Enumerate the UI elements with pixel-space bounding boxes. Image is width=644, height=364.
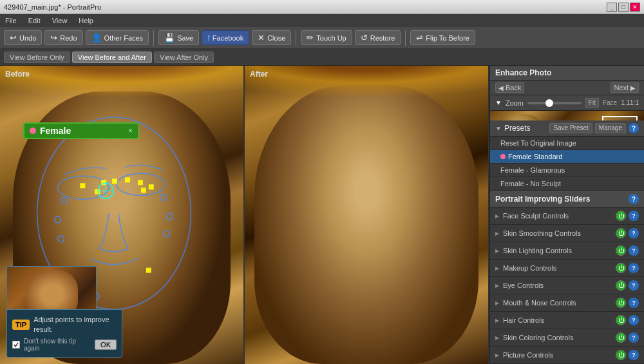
restore-button[interactable]: ↺ Restore bbox=[355, 30, 401, 45]
slider-skin-smoothing-label: Skin Smoothing Controls bbox=[503, 229, 616, 237]
gender-label-box[interactable]: Female × bbox=[23, 122, 139, 139]
slider-makeup-power[interactable]: ⏻ bbox=[616, 263, 626, 273]
slider-mouth-nose-help[interactable]: ? bbox=[629, 298, 639, 308]
zoom-row: ▼ Zoom Fit Face 1.11:1 bbox=[490, 95, 644, 111]
zoom-slider[interactable] bbox=[527, 102, 582, 104]
slider-picture-power[interactable]: ⏻ bbox=[616, 350, 626, 360]
enhance-header: Enhance Photo bbox=[490, 66, 644, 81]
gender-close-button[interactable]: × bbox=[128, 126, 133, 135]
back-arrow-icon: ◀ bbox=[498, 84, 504, 91]
slider-mouth-nose-arrow: ▶ bbox=[495, 300, 499, 306]
undo-icon: ↩ bbox=[10, 33, 17, 43]
presets-section-header[interactable]: ▼ Presets Save Preset Manage ? bbox=[490, 120, 644, 137]
slider-skin-coloring-power[interactable]: ⏻ bbox=[616, 332, 626, 343]
slider-list: ▶ Face Sculpt Controls ⏻ ? ▶ Skin Smooth… bbox=[490, 207, 644, 364]
slider-eye-help[interactable]: ? bbox=[629, 280, 639, 291]
slider-skin-smoothing-help[interactable]: ? bbox=[629, 228, 639, 238]
presets-help-button[interactable]: ? bbox=[629, 123, 639, 133]
slider-eye-power[interactable]: ⏻ bbox=[616, 280, 626, 291]
svg-point-12 bbox=[55, 216, 61, 223]
before-image[interactable]: Female × TIP Adjust points to improve re… bbox=[0, 66, 243, 364]
facebook-button[interactable]: f Facebook bbox=[202, 30, 249, 45]
view-before-after-button[interactable]: View Before and After bbox=[72, 52, 152, 63]
view-after-only-button[interactable]: View After Only bbox=[154, 52, 214, 63]
slider-skin-coloring-help[interactable]: ? bbox=[629, 332, 639, 343]
slider-makeup[interactable]: ▶ Makeup Controls ⏻ ? bbox=[490, 260, 644, 277]
close-button[interactable]: ✕ Close bbox=[252, 30, 291, 45]
svg-rect-7 bbox=[138, 180, 143, 185]
slider-skin-smoothing-arrow: ▶ bbox=[495, 231, 499, 236]
slider-hair[interactable]: ▶ Hair Controls ⏻ ? bbox=[490, 312, 644, 329]
before-panel: Before bbox=[0, 66, 245, 364]
slider-face-sculpt-power[interactable]: ⏻ bbox=[616, 211, 626, 221]
save-button[interactable]: 💾 Save bbox=[158, 30, 199, 45]
svg-point-15 bbox=[167, 213, 173, 220]
tip-checkbox[interactable] bbox=[12, 341, 20, 349]
slider-eye-arrow: ▶ bbox=[495, 283, 499, 289]
sliders-help-button[interactable]: ? bbox=[629, 194, 639, 204]
slider-eye[interactable]: ▶ Eye Controls ⏻ ? bbox=[490, 277, 644, 294]
maximize-button[interactable]: □ bbox=[618, 3, 629, 12]
svg-point-14 bbox=[160, 194, 167, 200]
menu-help[interactable]: Help bbox=[76, 15, 96, 26]
slider-hair-power[interactable]: ⏻ bbox=[616, 315, 626, 325]
next-button[interactable]: Next ▶ bbox=[611, 82, 639, 93]
zoom-fit-button[interactable]: Fit bbox=[585, 98, 599, 108]
slider-mouth-nose[interactable]: ▶ Mouth & Nose Controls ⏻ ? bbox=[490, 294, 644, 312]
preset-item-glamorous[interactable]: Female - Glamorous bbox=[490, 164, 644, 177]
minimize-button[interactable]: _ bbox=[607, 3, 617, 12]
redo-button[interactable]: ↪ Redo bbox=[44, 30, 82, 45]
svg-point-16 bbox=[164, 231, 170, 237]
presets-title: Presets bbox=[504, 124, 531, 133]
flip-to-before-button[interactable]: ⇌ Flip To Before bbox=[410, 30, 475, 45]
restore-icon: ↺ bbox=[361, 33, 368, 43]
tip-badge: TIP bbox=[12, 320, 30, 330]
undo-button[interactable]: ↩ Undo bbox=[4, 30, 42, 45]
slider-skin-lighting-power[interactable]: ⏻ bbox=[616, 245, 626, 256]
view-before-only-button[interactable]: View Before Only bbox=[4, 52, 70, 63]
preview-thumbnail[interactable] bbox=[490, 111, 644, 120]
slider-mouth-nose-power[interactable]: ⏻ bbox=[616, 298, 626, 308]
slider-picture-label: Picture Controls bbox=[503, 351, 616, 359]
slider-picture-help[interactable]: ? bbox=[629, 350, 639, 360]
zoom-collapse-icon[interactable]: ▼ bbox=[495, 99, 502, 106]
faces-icon: 👤 bbox=[91, 33, 102, 43]
after-label: After bbox=[250, 70, 268, 79]
slider-skin-lighting-help[interactable]: ? bbox=[629, 245, 639, 256]
save-preset-button[interactable]: Save Preset bbox=[549, 123, 592, 133]
tip-ok-button[interactable]: OK bbox=[95, 340, 117, 350]
menu-view[interactable]: View bbox=[50, 15, 70, 26]
other-faces-button[interactable]: 👤 Other Faces bbox=[86, 30, 149, 45]
preset-item-female-standard[interactable]: Female Standard bbox=[490, 150, 644, 164]
slider-hair-arrow: ▶ bbox=[495, 318, 499, 323]
preset-item-reset[interactable]: Reset To Original Image bbox=[490, 137, 644, 150]
zoom-face-button[interactable]: Face bbox=[603, 99, 617, 106]
slider-skin-smoothing[interactable]: ▶ Skin Smoothing Controls ⏻ ? bbox=[490, 225, 644, 242]
gender-label: Female bbox=[40, 126, 124, 136]
checkbox-icon bbox=[13, 341, 19, 348]
preset-item-no-sculpt[interactable]: Female - No Sculpt bbox=[490, 177, 644, 191]
manage-presets-button[interactable]: Manage bbox=[595, 123, 626, 133]
after-image[interactable] bbox=[245, 66, 488, 364]
redo-icon: ↪ bbox=[50, 33, 57, 43]
slider-makeup-help[interactable]: ? bbox=[629, 263, 639, 273]
slider-skin-smoothing-power[interactable]: ⏻ bbox=[616, 228, 626, 238]
slider-skin-lighting-arrow: ▶ bbox=[495, 248, 499, 254]
slider-skin-coloring[interactable]: ▶ Skin Coloring Controls ⏻ ? bbox=[490, 329, 644, 347]
save-icon: 💾 bbox=[164, 33, 175, 43]
menu-edit[interactable]: Edit bbox=[26, 15, 43, 26]
close-window-button[interactable]: ✕ bbox=[630, 3, 640, 12]
touch-up-button[interactable]: ✏ Touch Up bbox=[301, 30, 352, 45]
slider-face-sculpt-help[interactable]: ? bbox=[629, 211, 639, 221]
menu-file[interactable]: File bbox=[3, 15, 19, 26]
window-title: 429407_main.jpg* - PortraitPro bbox=[4, 3, 101, 11]
preset-selected-dot bbox=[500, 154, 506, 159]
slider-hair-help[interactable]: ? bbox=[629, 315, 639, 325]
toolbar-separator-3 bbox=[405, 30, 406, 46]
slider-picture[interactable]: ▶ Picture Controls ⏻ ? bbox=[490, 347, 644, 364]
slider-face-sculpt[interactable]: ▶ Face Sculpt Controls ⏻ ? bbox=[490, 207, 644, 225]
gender-dot bbox=[30, 128, 36, 134]
back-button[interactable]: ◀ Back bbox=[495, 82, 524, 93]
slider-skin-lighting[interactable]: ▶ Skin Lighting Controls ⏻ ? bbox=[490, 242, 644, 260]
toolbar-separator-2 bbox=[296, 30, 296, 46]
